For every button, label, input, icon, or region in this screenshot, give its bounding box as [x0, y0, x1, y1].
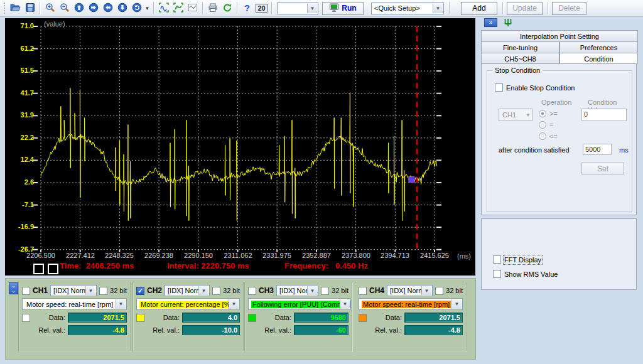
collapse-panel-button[interactable]: » — [484, 18, 497, 27]
channel-color-swatch[interactable] — [22, 314, 30, 322]
zoom-out-button[interactable] — [57, 1, 72, 15]
op-lte-radio[interactable] — [539, 132, 546, 140]
interpolation-icon — [503, 20, 513, 29]
channel-source-select[interactable]: Motor speed: real-time [rpm]▼ — [359, 298, 463, 310]
tab-condition[interactable]: Condition — [559, 53, 638, 64]
cursor-toggle-1[interactable] — [33, 264, 44, 274]
display-options-panel: FFT Display Show RMS Value — [481, 218, 637, 290]
x-tick-label: 2373.800 — [336, 252, 376, 259]
data-value-field: 2071.5 — [404, 313, 463, 323]
y-tick-label: 41.7 — [9, 89, 34, 97]
channel-source-select[interactable]: Motor speed: real-time [rpm]▼ — [22, 298, 127, 310]
rel-value-label: Rel. val.: — [33, 326, 65, 334]
rel-value-label: Rel. val.: — [369, 326, 402, 334]
time-status: Time: 2406.250 ms — [60, 261, 134, 270]
fit-horizontal-button[interactable] — [156, 1, 171, 15]
pan-right-icon — [89, 3, 99, 14]
channel-source-select[interactable]: Following error [PUU] (Commar▼ — [248, 298, 351, 310]
waveform-marker[interactable] — [409, 176, 414, 182]
bit32-checkbox[interactable] — [321, 287, 329, 295]
save-button[interactable] — [23, 1, 37, 15]
quick-setup-select[interactable]: <Quick Setup> ▼ — [371, 3, 444, 14]
delete-button[interactable]: Delete — [552, 2, 586, 15]
pan-down-button[interactable] — [115, 1, 129, 15]
toolbar-grip[interactable] — [3, 2, 6, 14]
device-select[interactable]: ▼ — [277, 3, 318, 14]
op-eq-radio[interactable] — [539, 121, 546, 129]
y-tick-label: 51.5 — [9, 67, 34, 74]
add-button[interactable]: Add — [461, 2, 497, 15]
time-axis-label: (ms) — [457, 252, 471, 260]
channel-color-swatch[interactable] — [359, 314, 367, 322]
collapse-channels-button[interactable]: ⌄⌄ — [9, 282, 18, 294]
chevron-down-icon: ▼ — [307, 4, 317, 13]
interpolation-button[interactable] — [502, 18, 514, 28]
channel-enable-checkbox[interactable] — [359, 287, 367, 295]
tab-fine-tuning[interactable]: Fine-tuning — [481, 41, 559, 53]
y-tick-label: 12.4 — [9, 156, 34, 163]
x-tick-label: 2311.062 — [218, 252, 258, 259]
bits-button[interactable]: 20 — [254, 1, 269, 15]
export-button[interactable] — [220, 1, 234, 15]
run-button[interactable]: Run — [322, 2, 364, 15]
show-rms-checkbox[interactable] — [493, 270, 501, 278]
y-tick-label: -16.9 — [9, 223, 34, 230]
channel-name: CH3 — [259, 286, 274, 295]
enable-stop-condition-checkbox[interactable] — [495, 83, 503, 92]
open-button[interactable] — [8, 1, 23, 15]
channel-name: CH1 — [33, 286, 48, 295]
undo-button[interactable] — [129, 1, 144, 15]
cursor-toggle-2[interactable] — [48, 264, 58, 274]
channel-name: CH4 — [369, 286, 384, 295]
enable-stop-condition-label: Enable Stop Condition — [506, 84, 575, 92]
print-button[interactable] — [205, 1, 220, 15]
channel-index-select[interactable]: [IDX] Norma▼ — [387, 285, 433, 296]
settings-panel: » Interpolation Point Setting Fine-tunin… — [480, 18, 639, 364]
show-rms-label: Show RMS Value — [504, 270, 558, 278]
fft-display-checkbox[interactable] — [493, 255, 501, 264]
bits-icon: 20 — [256, 4, 267, 13]
rel-value-field: -60 — [294, 325, 349, 335]
pan-right-button[interactable] — [86, 1, 100, 15]
set-button[interactable]: Set — [581, 163, 624, 174]
fit-vertical-button[interactable] — [171, 1, 185, 15]
tab-preferences[interactable]: Preferences — [559, 41, 638, 53]
fit-y-icon — [173, 3, 183, 14]
bit32-checkbox[interactable] — [435, 287, 443, 295]
scope-canvas — [5, 18, 475, 276]
channel-color-swatch[interactable] — [136, 314, 144, 322]
channel-index-select[interactable]: [IDX] Norma▼ — [50, 285, 97, 296]
tab-ch5-ch8[interactable]: CH5~CH8 — [481, 53, 559, 64]
data-value-field: 2071.5 — [68, 313, 127, 323]
fft-display-label: FFT Display — [504, 256, 541, 264]
update-button[interactable]: Update — [507, 2, 543, 15]
stop-channel-select[interactable]: CH1▼ — [499, 109, 532, 121]
channel-enable-checkbox[interactable] — [22, 287, 30, 295]
channel-index-select[interactable]: [IDX] Norma▼ — [165, 285, 210, 296]
channel-enable-checkbox[interactable]: ✓ — [136, 287, 144, 295]
pan-left-button[interactable] — [100, 1, 115, 15]
quick-setup-value: <Quick Setup> — [374, 4, 420, 12]
tab-interpolation-point-setting[interactable]: Interpolation Point Setting — [481, 30, 638, 41]
after-condition-input[interactable]: 5000 — [583, 144, 612, 155]
channel-index-select[interactable]: [IDX] Norma▼ — [276, 285, 318, 296]
zoom-in-button[interactable] — [43, 1, 57, 15]
channel-enable-checkbox[interactable] — [248, 287, 256, 295]
op-gte-radio[interactable] — [539, 110, 546, 117]
chevron-down-icon: ▼ — [433, 4, 443, 13]
channel-source-select[interactable]: Motor current: percentage [%▼ — [136, 298, 240, 310]
bit32-checkbox[interactable] — [212, 287, 220, 295]
run-label: Run — [342, 4, 356, 13]
x-tick-label: 2248.325 — [99, 252, 139, 259]
bit32-checkbox[interactable] — [99, 287, 107, 295]
x-tick-label: 2331.975 — [257, 252, 297, 259]
show-waveform-button[interactable] — [185, 1, 200, 15]
condition-value-input[interactable]: 0 — [581, 109, 627, 121]
rel-value-field: -10.0 — [182, 325, 240, 335]
channel-color-swatch[interactable] — [248, 314, 256, 322]
help-button[interactable]: ? — [240, 1, 254, 15]
pan-up-icon — [74, 3, 84, 14]
undo-dropdown-button[interactable]: ▼ — [144, 1, 151, 15]
pan-up-button[interactable] — [72, 1, 86, 15]
data-label: Data: — [369, 314, 402, 321]
